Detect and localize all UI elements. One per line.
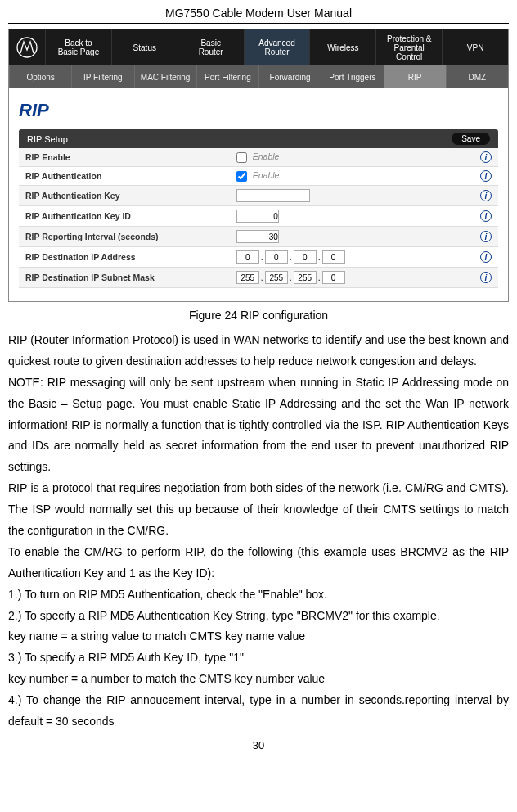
rip-enable-text: Enable <box>253 151 280 161</box>
rip-auth-key-input[interactable] <box>236 189 310 202</box>
subnav-port-triggers[interactable]: Port Triggers <box>321 65 383 88</box>
subnav-ip-filtering[interactable]: IP Filtering <box>71 65 133 88</box>
rip-dest-ip-octet-3[interactable] <box>294 250 317 264</box>
body-paragraph: 3.) To specify a RIP MD5 Auth Key ID, ty… <box>8 647 509 669</box>
subnav-dmz[interactable]: DMZ <box>446 65 508 88</box>
body-paragraph: NOTE: RIP messaging will only be sent up… <box>8 372 509 478</box>
rip-subnet-octet-2[interactable] <box>265 271 288 284</box>
rip-auth-label: RIP Authentication <box>19 167 230 186</box>
rip-auth-key-id-input[interactable] <box>236 210 279 223</box>
rip-auth-key-id-label: RIP Authentication Key ID <box>19 206 230 227</box>
rip-interval-label: RIP Reporting Interval (seconds) <box>19 227 230 247</box>
table-row: RIP Reporting Interval (seconds) i <box>19 227 498 247</box>
table-row: RIP Destination IP Address ... i <box>19 247 498 268</box>
body-paragraph: key number = a number to match the CMTS … <box>8 669 509 690</box>
rip-dest-ip-octet-2[interactable] <box>265 250 288 264</box>
body-paragraph: RIP is a protocol that requires negotiat… <box>8 478 509 542</box>
body-paragraph: RIP (Router Information Protocol) is use… <box>8 330 509 372</box>
rip-dest-ip-octet-4[interactable] <box>322 250 345 264</box>
body-paragraph: 2.) To specify a RIP MD5 Authentication … <box>8 606 509 627</box>
rip-setup-header: RIP Setup Save <box>19 129 498 148</box>
rip-setup-table: RIP Enable Enable i RIP Authentication E… <box>19 148 498 288</box>
rip-setup-label: RIP Setup <box>27 134 68 144</box>
info-icon[interactable]: i <box>480 251 492 263</box>
info-icon[interactable]: i <box>480 272 492 283</box>
subnav-forwarding[interactable]: Forwarding <box>258 65 321 88</box>
info-icon[interactable]: i <box>480 210 492 222</box>
body-paragraph: key name = a string value to match CMTS … <box>8 626 509 647</box>
svg-point-0 <box>17 38 37 57</box>
subnav-rip[interactable]: RIP <box>384 65 446 88</box>
rip-subnet-octet-1[interactable] <box>236 271 259 284</box>
nav-vpn[interactable]: VPN <box>442 29 508 65</box>
info-icon[interactable]: i <box>480 190 492 201</box>
rip-dest-ip-label: RIP Destination IP Address <box>19 247 230 268</box>
nav-status[interactable]: Status <box>111 29 178 65</box>
info-icon[interactable]: i <box>480 170 492 182</box>
rip-dest-ip-octet-1[interactable] <box>236 250 259 264</box>
subnav-options[interactable]: Options <box>9 65 71 88</box>
rip-enable-checkbox[interactable] <box>236 152 247 163</box>
primary-nav: Back toBasic Page Status BasicRouter Adv… <box>9 29 508 65</box>
info-icon[interactable]: i <box>480 151 492 163</box>
table-row: RIP Authentication Enable i <box>19 167 498 186</box>
info-icon[interactable]: i <box>480 231 492 242</box>
document-title: MG7550 Cable Modem User Manual <box>8 7 509 24</box>
table-row: RIP Destination IP Subnet Mask ... i <box>19 268 498 288</box>
nav-basic-router[interactable]: BasicRouter <box>178 29 244 65</box>
rip-subnet-octet-4[interactable] <box>322 271 345 284</box>
subnav-mac-filtering[interactable]: MAC Filtering <box>134 65 196 88</box>
router-ui-screenshot: Back toBasic Page Status BasicRouter Adv… <box>8 29 509 302</box>
page-title: RIP <box>19 100 498 121</box>
rip-enable-label: RIP Enable <box>19 148 230 167</box>
nav-protection-parental[interactable]: Protection &Parental Control <box>375 29 442 65</box>
figure-caption: Figure 24 RIP configuration <box>8 309 509 322</box>
rip-auth-text: Enable <box>253 170 280 180</box>
save-button[interactable]: Save <box>452 133 490 145</box>
rip-subnet-octet-3[interactable] <box>294 271 317 284</box>
motorola-logo-icon <box>9 29 45 65</box>
rip-auth-checkbox[interactable] <box>236 171 247 182</box>
body-paragraph: 1.) To turn on RIP MD5 Authentication, c… <box>8 584 509 606</box>
table-row: RIP Authentication Key ID i <box>19 206 498 227</box>
body-text: RIP (Router Information Protocol) is use… <box>8 330 509 733</box>
nav-wireless[interactable]: Wireless <box>309 29 375 65</box>
table-row: RIP Authentication Key i <box>19 186 498 206</box>
rip-auth-key-label: RIP Authentication Key <box>19 186 230 206</box>
rip-interval-input[interactable] <box>236 230 279 243</box>
secondary-nav: Options IP Filtering MAC Filtering Port … <box>9 65 508 88</box>
table-row: RIP Enable Enable i <box>19 148 498 167</box>
body-paragraph: To enable the CM/RG to perform RIP, do t… <box>8 542 509 584</box>
nav-advanced-router[interactable]: AdvancedRouter <box>244 29 310 65</box>
page-number: 30 <box>8 739 509 751</box>
rip-subnet-label: RIP Destination IP Subnet Mask <box>19 268 230 288</box>
nav-back-to-basic[interactable]: Back toBasic Page <box>45 29 111 65</box>
subnav-port-filtering[interactable]: Port Filtering <box>196 65 258 88</box>
body-paragraph: 4.) To change the RIP annoucement interv… <box>8 690 509 733</box>
